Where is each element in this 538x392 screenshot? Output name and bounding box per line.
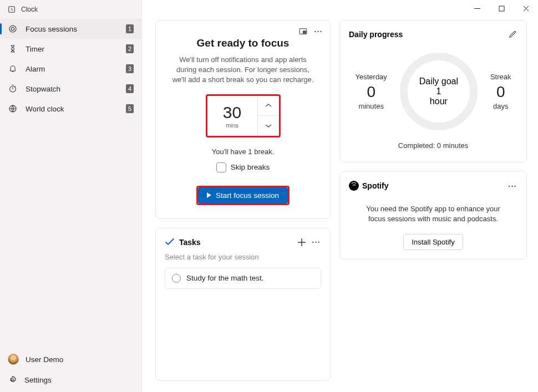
yesterday-value: 0 xyxy=(356,83,387,101)
shortcut-badge: 2 xyxy=(126,44,134,53)
clock-app-icon xyxy=(8,6,16,13)
tasks-card: Tasks Select a task for your session Stu… xyxy=(155,228,331,381)
sidebar-item-focus-sessions[interactable]: Focus sessions 1 xyxy=(0,19,141,39)
sidebar-item-label: World clock xyxy=(26,105,64,113)
yesterday-label: Yesterday xyxy=(356,73,387,81)
titlebar xyxy=(142,0,538,17)
completed-text: Completed: 0 minutes xyxy=(349,141,517,150)
sidebar-item-label: Focus sessions xyxy=(26,25,77,33)
duration-increase-button[interactable] xyxy=(258,96,279,116)
skip-breaks-checkbox[interactable] xyxy=(216,162,226,172)
spotify-brand: Spotify xyxy=(349,181,388,191)
yesterday-unit: minutes xyxy=(356,102,387,110)
task-radio[interactable] xyxy=(172,274,181,283)
settings-label: Settings xyxy=(24,376,52,384)
sidebar-item-user[interactable]: User Demo xyxy=(0,349,141,370)
world-clock-icon xyxy=(8,104,18,114)
more-options-icon[interactable] xyxy=(313,26,323,36)
shortcut-badge: 1 xyxy=(126,24,134,33)
svg-rect-6 xyxy=(499,6,504,11)
sidebar-item-label: Stopwatch xyxy=(26,85,60,93)
install-spotify-button[interactable]: Install Spotify xyxy=(403,234,463,250)
sidebar-item-timer[interactable]: Timer 2 xyxy=(0,39,141,59)
sidebar-item-alarm[interactable]: Alarm 3 xyxy=(0,59,141,79)
task-text: Study for the math test. xyxy=(186,274,264,282)
sidebar-item-label: Timer xyxy=(26,45,44,53)
yesterday-stat: Yesterday 0 minutes xyxy=(356,73,387,110)
sidebar-item-stopwatch[interactable]: Stopwatch 4 xyxy=(0,79,141,99)
spotify-icon xyxy=(349,181,359,191)
focus-heading: Get ready to focus xyxy=(165,37,321,49)
user-label: User Demo xyxy=(26,355,63,364)
tasks-subtitle: Select a task for your session xyxy=(165,253,321,261)
goal-value: 1 xyxy=(436,86,441,96)
tasks-title: Tasks xyxy=(179,238,201,247)
add-task-button[interactable] xyxy=(297,237,307,247)
svg-point-2 xyxy=(11,27,14,30)
app-title: Clock xyxy=(21,6,38,13)
stopwatch-icon xyxy=(8,84,18,94)
user-avatar-icon xyxy=(8,354,19,365)
goal-unit: hour xyxy=(430,96,448,106)
minimize-button[interactable] xyxy=(465,0,489,17)
focus-card: Get ready to focus We'll turn off notifi… xyxy=(155,20,331,219)
edit-daily-goal-button[interactable] xyxy=(507,29,517,39)
daily-progress-card: Daily progress Yesterday 0 minutes Daily… xyxy=(339,20,527,162)
focus-sessions-icon xyxy=(8,24,18,34)
start-focus-session-button[interactable]: Start focus session xyxy=(198,187,288,203)
progress-ring: Daily goal 1 hour xyxy=(400,53,478,130)
picture-in-picture-icon[interactable] xyxy=(298,26,308,36)
shortcut-badge: 3 xyxy=(126,64,134,73)
duration-value: 30 xyxy=(223,103,241,122)
shortcut-badge: 5 xyxy=(126,104,134,113)
sidebar-bottom: User Demo Settings xyxy=(0,349,141,392)
spotify-brand-text: Spotify xyxy=(362,181,388,190)
focus-subtitle: We'll turn off notifications and app ale… xyxy=(165,55,321,85)
streak-stat: Streak 0 days xyxy=(490,73,511,110)
duration-unit: mins xyxy=(226,122,238,129)
start-button-highlight: Start focus session xyxy=(196,186,290,205)
sidebar: Clock Focus sessions 1 Timer 2 xyxy=(0,0,142,392)
tasks-more-options-icon[interactable] xyxy=(311,237,321,247)
play-icon xyxy=(207,192,211,198)
close-button[interactable] xyxy=(514,0,538,17)
spotify-more-options-icon[interactable] xyxy=(507,181,517,191)
duration-decrease-button[interactable] xyxy=(258,115,279,136)
task-item[interactable]: Study for the math test. xyxy=(165,268,321,289)
break-info-text: You'll have 1 break. xyxy=(165,147,321,156)
streak-value: 0 xyxy=(490,83,511,101)
duration-stepper: 30 mins xyxy=(206,94,281,138)
sidebar-item-world-clock[interactable]: World clock 5 xyxy=(0,99,141,119)
spotify-message: You need the Spotify app to enhance your… xyxy=(349,204,517,224)
goal-label: Daily goal xyxy=(419,77,458,86)
streak-label: Streak xyxy=(490,73,511,81)
svg-rect-8 xyxy=(303,30,306,33)
tasks-icon xyxy=(165,237,175,247)
daily-progress-title: Daily progress xyxy=(349,30,403,39)
svg-point-5 xyxy=(12,379,14,381)
sidebar-items: Focus sessions 1 Timer 2 Alarm 3 xyxy=(0,19,141,349)
sidebar-item-settings[interactable]: Settings xyxy=(0,370,141,390)
alarm-icon xyxy=(8,64,18,74)
gear-icon xyxy=(8,375,18,385)
shortcut-badge: 4 xyxy=(126,84,134,93)
spotify-card: Spotify You need the Spotify app to enha… xyxy=(339,171,527,259)
app-title-row: Clock xyxy=(0,0,141,19)
skip-breaks-label: Skip breaks xyxy=(231,163,270,171)
main-area: Get ready to focus We'll turn off notifi… xyxy=(142,0,538,392)
sidebar-item-label: Alarm xyxy=(26,65,45,73)
duration-value-box[interactable]: 30 mins xyxy=(207,96,258,136)
install-spotify-label: Install Spotify xyxy=(412,238,454,246)
timer-icon xyxy=(8,44,18,54)
streak-unit: days xyxy=(490,102,511,110)
maximize-button[interactable] xyxy=(489,0,514,17)
skip-breaks-row: Skip breaks xyxy=(165,162,321,172)
start-label: Start focus session xyxy=(216,191,279,200)
svg-point-1 xyxy=(9,26,16,32)
